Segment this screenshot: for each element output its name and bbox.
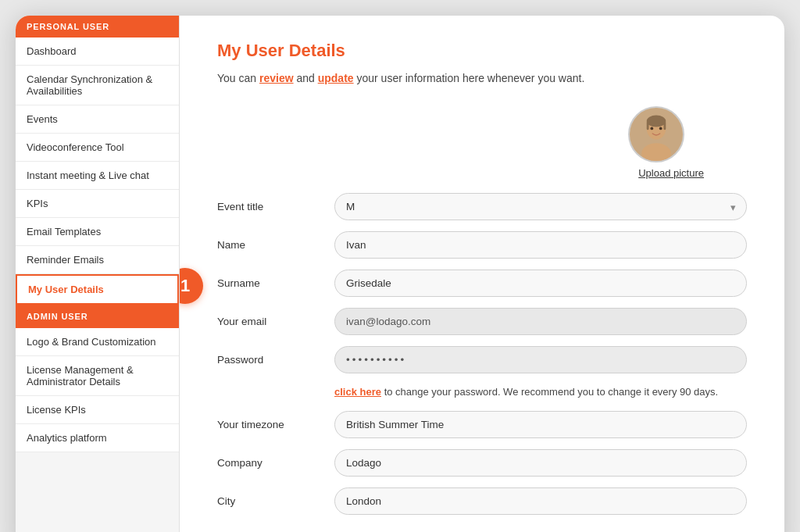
label-timezone: Your timezone (217, 419, 334, 430)
subtitle-end-text: your user information here whenever you … (357, 72, 585, 84)
select-wrapper-event-title: M Mr Mrs Ms Dr (334, 193, 747, 220)
city-input[interactable] (334, 487, 747, 515)
form-row-email: Your email (217, 308, 747, 335)
page-title: My User Details (217, 41, 747, 61)
sidebar-item-calendar-sync[interactable]: Calendar Synchronization & Availabilitie… (16, 66, 179, 105)
form-row-city: City (217, 487, 747, 515)
field-company (334, 449, 747, 477)
form-row-company: Company (217, 449, 747, 477)
upload-picture-link[interactable]: Upload picture (638, 167, 704, 179)
name-input[interactable] (334, 231, 747, 259)
avatar (628, 106, 684, 162)
field-name (334, 231, 747, 259)
subtitle: You can review and update your user info… (217, 72, 747, 84)
field-city (334, 487, 747, 515)
company-input[interactable] (334, 449, 747, 477)
review-link[interactable]: review (259, 72, 294, 84)
sidebar: PERSONAL USER Dashboard Calendar Synchro… (16, 16, 180, 532)
form-row-name: Name (217, 231, 747, 259)
sidebar-item-events[interactable]: Events (16, 105, 179, 134)
form-row-password: Password (217, 346, 747, 373)
step-badge: 1 (180, 268, 203, 304)
label-password: Password (217, 354, 334, 366)
sidebar-item-dashboard[interactable]: Dashboard (16, 37, 179, 66)
subtitle-text: You can (217, 72, 256, 84)
avatar-area: Upload picture (217, 106, 747, 179)
subtitle-and-text: and (296, 72, 314, 84)
sidebar-item-license-kpis[interactable]: License KPIs (16, 396, 179, 424)
app-window: PERSONAL USER Dashboard Calendar Synchro… (16, 16, 784, 532)
label-company: Company (217, 457, 334, 469)
password-hint: click here to change your password. We r… (334, 384, 747, 400)
svg-point-3 (647, 115, 666, 127)
timezone-input[interactable] (334, 411, 747, 438)
form-row-timezone: Your timezone (217, 411, 747, 438)
sidebar-admin-user-header: ADMIN USER (16, 305, 179, 328)
label-name: Name (217, 239, 334, 251)
field-timezone (334, 411, 747, 438)
field-event-title: M Mr Mrs Ms Dr (334, 193, 747, 220)
sidebar-item-email-templates[interactable]: Email Templates (16, 218, 179, 246)
password-hint-body: to change your password. We recommend yo… (384, 386, 719, 398)
label-surname: Surname (217, 277, 334, 289)
sidebar-item-logo-brand[interactable]: Logo & Brand Customization (16, 328, 179, 356)
field-password (334, 346, 747, 373)
svg-point-7 (659, 127, 662, 130)
svg-point-6 (650, 127, 653, 130)
surname-input[interactable] (334, 270, 747, 297)
click-here-link[interactable]: click here (334, 386, 381, 398)
sidebar-item-reminder-emails[interactable]: Reminder Emails (16, 246, 179, 274)
sidebar-item-instant-meeting[interactable]: Instant meeting & Live chat (16, 162, 179, 190)
sidebar-item-kpis[interactable]: KPIs (16, 190, 179, 218)
sidebar-item-analytics[interactable]: Analytics platform (16, 424, 179, 452)
event-title-select[interactable]: M Mr Mrs Ms Dr (334, 193, 747, 220)
field-surname (334, 270, 747, 297)
sidebar-item-my-user-details[interactable]: My User Details (16, 274, 179, 305)
email-input[interactable] (334, 308, 747, 335)
svg-rect-4 (647, 121, 649, 130)
label-event-title: Event title (217, 201, 334, 212)
update-link[interactable]: update (318, 72, 354, 84)
field-email (334, 308, 747, 335)
password-input[interactable] (334, 346, 747, 373)
form-row-surname: Surname (217, 270, 747, 297)
form-row-event-title: Event title M Mr Mrs Ms Dr (217, 193, 747, 220)
main-content: ← 1 My User Details You can review and u… (180, 16, 784, 532)
svg-rect-5 (663, 121, 666, 130)
label-email: Your email (217, 316, 334, 327)
sidebar-personal-user-header: PERSONAL USER (16, 16, 179, 37)
label-city: City (217, 495, 334, 507)
sidebar-item-license-management[interactable]: License Management & Administrator Detai… (16, 356, 179, 396)
sidebar-item-videoconference[interactable]: Videoconference Tool (16, 134, 179, 162)
arrow-badge-overlay: ← 1 (180, 266, 203, 306)
